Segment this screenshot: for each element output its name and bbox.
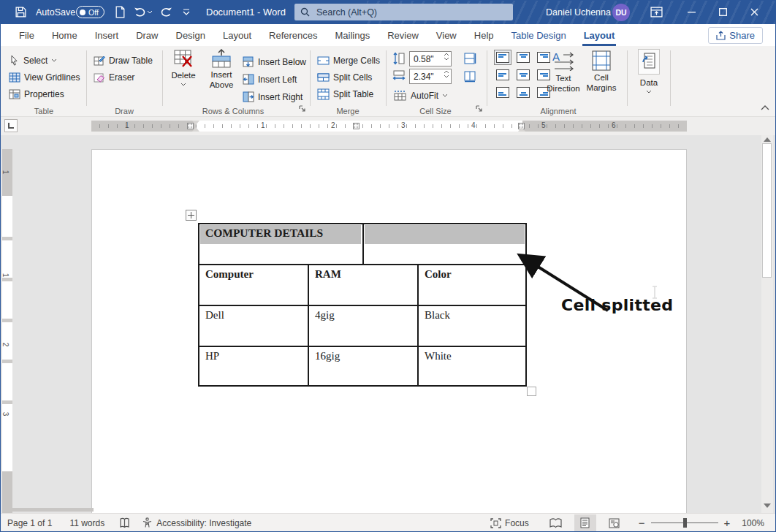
minimize-button[interactable] [676,0,707,24]
autofit-button[interactable]: AutoFit [394,88,448,103]
tab-design[interactable]: Design [167,24,214,46]
table-resize-handle[interactable] [527,387,536,396]
customize-quick-access-icon[interactable] [183,0,190,24]
table-header-cell[interactable]: RAM [315,268,341,281]
draw-table-button[interactable]: Draw Table [94,53,153,68]
zoom-slider[interactable] [651,522,718,523]
save-icon[interactable] [15,0,27,24]
right-indent-marker[interactable] [518,127,525,132]
insert-above-button[interactable]: Insert Above [205,49,238,90]
insert-below-button[interactable]: Insert Below [243,54,306,69]
tab-draw[interactable]: Draw [127,24,167,46]
scroll-up-icon[interactable] [764,137,771,142]
column-width-spinner[interactable] [444,70,449,78]
accessibility-status[interactable]: Accessibility: Investigate [142,517,251,528]
zoom-out-button[interactable]: − [639,517,645,529]
tab-home[interactable]: Home [43,24,86,46]
close-button[interactable] [739,0,770,24]
cell-margins-button[interactable]: Cell Margins [580,50,623,93]
redo-button[interactable] [159,0,172,24]
data-button[interactable]: Data [631,49,666,94]
table-column-marker[interactable] [353,123,360,129]
align-bottom-center-button[interactable] [514,85,532,100]
table-cell[interactable]: Dell [205,309,224,322]
focus-mode-button[interactable]: Focus [490,518,529,528]
tab-references[interactable]: References [260,24,326,46]
row-height-spinner[interactable] [444,53,449,61]
vertical-scrollbar-thumb[interactable] [762,143,772,278]
hanging-indent-marker[interactable] [192,127,199,132]
vertical-scrollbar[interactable] [761,135,773,513]
tab-mailings[interactable]: Mailings [327,24,379,46]
properties-button[interactable]: Properties [9,86,64,102]
tab-table-design[interactable]: Table Design [503,24,575,46]
tab-table-layout[interactable]: Layout [575,24,624,46]
view-gridlines-button[interactable]: View Gridlines [9,69,80,85]
table-cell[interactable]: 16gig [315,350,340,362]
tab-layout[interactable]: Layout [214,24,260,46]
align-center-button[interactable] [514,67,532,83]
split-table-button[interactable]: Split Table [317,86,373,102]
document-table[interactable]: COMPUTER DETAILS Computer RAM Color Dell… [198,223,527,387]
first-line-indent-marker[interactable] [192,121,199,125]
new-document-icon[interactable] [115,0,126,24]
print-layout-button[interactable] [574,514,596,532]
table-cell[interactable]: White [425,350,452,362]
merge-cells-button[interactable]: Merge Cells [317,53,380,68]
tab-view[interactable]: View [427,24,465,46]
distribute-rows-button[interactable] [463,52,476,67]
split-cells-button[interactable]: Split Cells [317,69,372,85]
align-bottom-left-button[interactable] [494,85,511,100]
ribbon-display-options-icon[interactable] [650,0,663,24]
vertical-ruler[interactable]: 1 1 2 3 [2,149,12,513]
align-top-left-button[interactable] [494,50,511,65]
avatar[interactable]: DU [612,0,630,24]
search-box[interactable] [294,4,513,20]
cell-size-dialog-launcher-icon[interactable] [475,104,484,113]
align-top-center-button[interactable] [514,50,532,65]
user-name[interactable]: Daniel Uchenna [546,0,611,24]
insert-left-button[interactable]: Insert Left [243,72,297,87]
align-center-left-button[interactable] [494,67,511,83]
table-cell[interactable]: HP [205,350,219,362]
tab-file[interactable]: File [10,24,43,46]
delete-button[interactable]: Delete [167,49,200,86]
table-header-cell[interactable]: Color [425,268,452,281]
table-title-cell[interactable]: COMPUTER DETAILS [205,227,323,240]
tab-stop-selector[interactable] [4,119,18,132]
word-count[interactable]: 11 words [69,518,104,528]
rows-columns-dialog-launcher-icon[interactable] [298,104,307,113]
tab-insert[interactable]: Insert [86,24,128,46]
table-move-handle[interactable] [186,210,197,221]
proofing-errors-icon[interactable] [119,517,130,529]
table-cell[interactable]: Black [425,309,450,322]
cell-size-group-label: Cell Size [392,107,479,115]
search-input[interactable] [315,7,490,18]
table-header-cell[interactable]: Computer [205,268,254,281]
web-layout-button[interactable] [604,514,625,532]
table-cell[interactable]: 4gig [315,309,335,322]
zoom-level[interactable]: 100% [742,518,764,528]
read-mode-button[interactable] [545,514,567,532]
collapse-ribbon-icon[interactable] [760,104,770,111]
horizontal-scrollbar-thumb[interactable] [6,508,94,512]
horizontal-ruler[interactable]: 1 1 2 3 4 5 6 [91,121,687,132]
distribute-columns-button[interactable] [463,69,476,85]
column-width-input[interactable]: 2.34" [409,69,452,84]
share-button[interactable]: Share [708,27,763,44]
group-divider [627,50,628,106]
autosave-toggle[interactable]: Off [76,0,104,24]
eraser-button[interactable]: Eraser [94,69,134,85]
page-indicator[interactable]: Page 1 of 1 [7,518,52,528]
zoom-in-button[interactable]: + [724,517,731,529]
zoom-slider-thumb[interactable] [683,518,687,528]
select-button[interactable]: Select [9,53,57,68]
undo-button[interactable] [134,0,153,24]
insert-right-button[interactable]: Insert Right [243,89,303,104]
text-direction-button[interactable]: A Text Direction [542,50,585,94]
tab-review[interactable]: Review [379,24,427,46]
row-height-input[interactable]: 0.58" [409,51,452,66]
tab-help[interactable]: Help [465,24,503,46]
maximize-button[interactable] [707,0,739,24]
scroll-down-icon[interactable] [764,503,771,508]
